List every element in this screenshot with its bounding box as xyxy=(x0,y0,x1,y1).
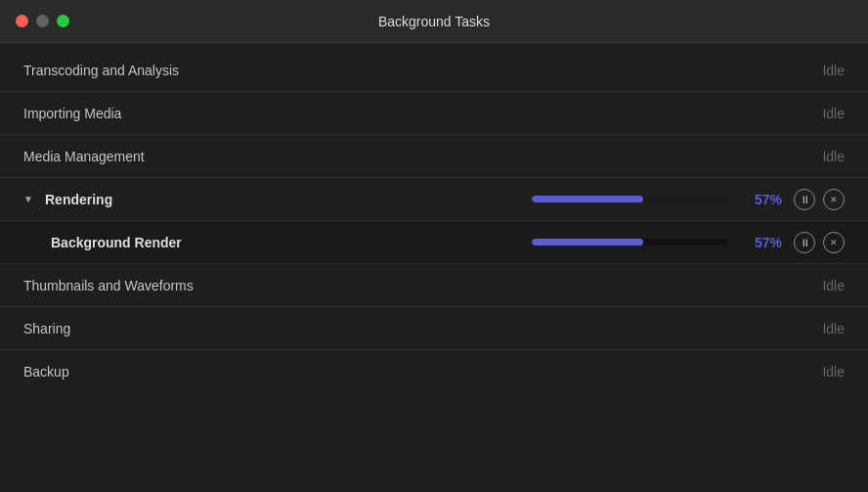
pause-button-rendering[interactable]: ⏸ xyxy=(794,189,815,210)
cancel-icon-rendering: ✕ xyxy=(830,195,838,204)
close-button[interactable] xyxy=(16,15,28,27)
cancel-button-background-render[interactable]: ✕ xyxy=(823,232,845,253)
task-label-importing: Importing Media xyxy=(23,106,219,121)
task-label-backup: Backup xyxy=(23,364,219,380)
progress-percent-rendering: 57% xyxy=(741,192,782,207)
progress-fill-background-render xyxy=(532,239,643,246)
expand-icon-rendering[interactable]: ▼ xyxy=(23,194,39,204)
window-title: Background Tasks xyxy=(378,14,490,29)
task-label-sharing: Sharing xyxy=(23,321,219,336)
idle-label-backup: Idle xyxy=(822,364,845,380)
task-list: Transcoding and Analysis Idle Importing … xyxy=(0,43,868,492)
task-row-sharing: Sharing Idle xyxy=(0,307,868,350)
progress-percent-background-render: 57% xyxy=(741,235,782,250)
pause-icon-background-render: ⏸ xyxy=(800,237,810,248)
task-label-thumbnails: Thumbnails and Waveforms xyxy=(23,278,219,293)
idle-label-importing: Idle xyxy=(822,106,845,121)
idle-label-transcoding: Idle xyxy=(822,63,845,78)
progress-bar-rendering xyxy=(532,196,727,202)
maximize-button[interactable] xyxy=(57,15,69,27)
task-controls-background-render: ⏸ ✕ xyxy=(794,232,845,253)
progress-bar-background-render xyxy=(532,239,727,246)
task-label-background-render: Background Render xyxy=(51,235,246,250)
traffic-lights xyxy=(16,15,69,27)
task-row-thumbnails: Thumbnails and Waveforms Idle xyxy=(0,264,868,307)
idle-label-sharing: Idle xyxy=(822,321,845,336)
task-label-media-management: Media Management xyxy=(23,149,219,164)
cancel-icon-background-render: ✕ xyxy=(830,238,838,247)
task-label-transcoding: Transcoding and Analysis xyxy=(23,63,219,78)
task-row-media-management: Media Management Idle xyxy=(0,135,868,178)
progress-fill-rendering xyxy=(532,196,643,202)
task-row-backup: Backup Idle xyxy=(0,350,868,393)
task-row-transcoding: Transcoding and Analysis Idle xyxy=(0,49,868,92)
minimize-button[interactable] xyxy=(36,15,49,27)
task-row-background-render: Background Render 57% ⏸ ✕ xyxy=(0,221,868,264)
task-row-rendering: ▼ Rendering 57% ⏸ ✕ xyxy=(0,178,868,221)
progress-container-rendering: 57% xyxy=(532,192,782,207)
title-bar: Background Tasks xyxy=(0,0,868,43)
idle-label-thumbnails: Idle xyxy=(822,278,845,293)
progress-container-background-render: 57% xyxy=(532,235,782,250)
cancel-button-rendering[interactable]: ✕ xyxy=(823,189,845,210)
pause-button-background-render[interactable]: ⏸ xyxy=(794,232,815,253)
task-row-importing: Importing Media Idle xyxy=(0,92,868,135)
task-controls-rendering: ⏸ ✕ xyxy=(794,189,845,210)
task-label-rendering: Rendering xyxy=(45,192,240,207)
pause-icon-rendering: ⏸ xyxy=(800,194,810,205)
idle-label-media-management: Idle xyxy=(822,149,845,164)
